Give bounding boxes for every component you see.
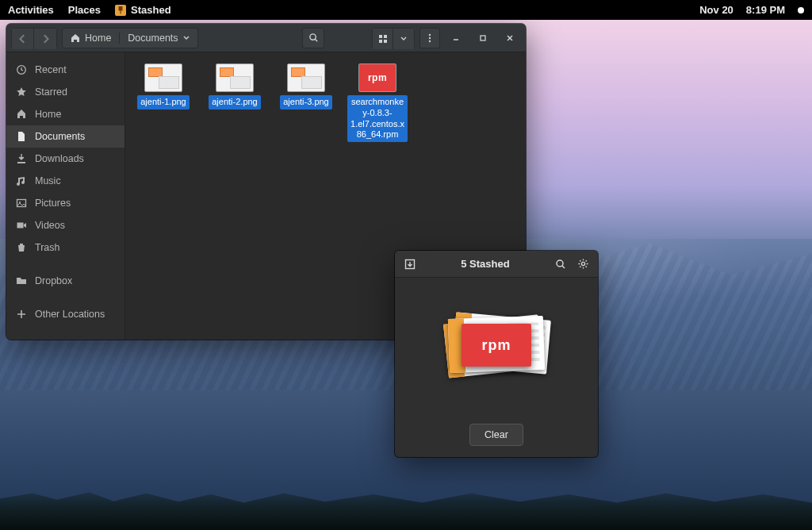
file-item[interactable]: rpm searchmonkey-0.8.3-1.el7.centos.x86_…	[347, 63, 408, 142]
minimize-button[interactable]	[445, 28, 467, 48]
file-manager-sidebar: Recent Starred Home Documents Downloads …	[6, 52, 125, 340]
sidebar-item-label: Dropbox	[35, 275, 72, 286]
sidebar-item-documents[interactable]: Documents	[6, 125, 124, 148]
svg-point-5	[429, 33, 431, 35]
sidebar-item-music[interactable]: Music	[6, 170, 124, 192]
star-icon	[16, 86, 27, 98]
stash-search-button[interactable]	[552, 255, 569, 273]
back-button[interactable]	[12, 29, 34, 49]
sidebar-item-label: Home	[35, 109, 61, 120]
gnome-top-bar: Activities Places Stashed Nov 20 8:19 PM	[0, 0, 812, 20]
breadcrumb-home-label: Home	[85, 33, 111, 44]
places-menu[interactable]: Places	[68, 4, 101, 16]
sidebar-item-label: Videos	[35, 220, 65, 231]
svg-point-7	[429, 40, 431, 41]
download-icon	[16, 153, 27, 164]
svg-rect-4	[384, 40, 387, 43]
picture-icon	[16, 198, 27, 209]
music-icon	[16, 175, 27, 186]
svg-rect-10	[17, 200, 26, 207]
sidebar-item-label: Music	[35, 175, 61, 186]
kebab-icon	[425, 33, 435, 43]
sidebar-item-label: Downloads	[35, 153, 84, 164]
file-item[interactable]: ajenti-2.png	[205, 63, 265, 109]
file-manager-headerbar: Home Documents	[6, 24, 526, 52]
stash-settings-button[interactable]	[574, 255, 592, 273]
file-label: ajenti-2.png	[209, 95, 261, 109]
file-label: ajenti-3.png	[280, 95, 332, 109]
svg-rect-3	[379, 40, 382, 43]
clear-button[interactable]: Clear	[469, 424, 523, 446]
system-status-indicator[interactable]	[798, 7, 804, 13]
view-switcher	[372, 28, 415, 48]
sidebar-item-trash[interactable]: Trash	[6, 236, 124, 259]
svg-rect-8	[481, 36, 485, 40]
active-app-menu[interactable]: Stashed	[115, 4, 171, 16]
activities-button[interactable]: Activities	[8, 4, 54, 16]
search-icon	[555, 259, 566, 270]
svg-point-6	[429, 36, 431, 38]
grid-icon	[378, 34, 388, 44]
icon-view-button[interactable]	[373, 29, 393, 49]
trash-icon	[16, 242, 27, 253]
stashed-headerbar: 5 Stashed	[395, 251, 598, 278]
breadcrumb-documents[interactable]: Documents	[120, 33, 197, 44]
file-item[interactable]: ajenti-1.png	[133, 63, 193, 109]
breadcrumb-home[interactable]: Home	[63, 33, 120, 44]
sidebar-item-pictures[interactable]: Pictures	[6, 192, 124, 214]
hamburger-menu-button[interactable]	[419, 28, 440, 48]
active-app-name: Stashed	[131, 4, 171, 16]
sidebar-item-recent[interactable]: Recent	[6, 59, 124, 81]
view-dropdown-button[interactable]	[393, 29, 414, 49]
file-item[interactable]: ajenti-3.png	[276, 63, 336, 109]
sidebar-item-label: Recent	[35, 64, 67, 75]
restore-stash-button[interactable]	[401, 255, 419, 273]
image-thumbnail-icon	[287, 63, 325, 92]
svg-point-15	[581, 262, 584, 265]
clock-date[interactable]: Nov 20	[699, 4, 733, 16]
nav-buttons	[11, 28, 57, 48]
chevron-down-icon	[183, 35, 190, 41]
sidebar-item-label: Starred	[35, 86, 67, 98]
sidebar-item-home[interactable]: Home	[6, 103, 124, 125]
close-button[interactable]	[499, 28, 521, 48]
home-icon	[16, 109, 27, 120]
clock-time[interactable]: 8:19 PM	[746, 4, 785, 16]
plus-icon	[16, 309, 27, 320]
file-label: ajenti-1.png	[137, 95, 190, 109]
sidebar-item-label: Trash	[35, 242, 60, 253]
sidebar-item-videos[interactable]: Videos	[6, 214, 124, 236]
home-icon	[71, 33, 80, 43]
import-icon	[404, 258, 416, 271]
stashed-window: 5 Stashed rpm Clear	[395, 251, 598, 457]
clock-icon	[16, 64, 27, 75]
svg-rect-12	[17, 223, 24, 229]
sidebar-item-other-locations[interactable]: Other Locations	[6, 303, 124, 325]
document-icon	[16, 131, 27, 142]
folder-icon	[16, 275, 27, 286]
stashed-title: 5 Stashed	[423, 258, 547, 270]
image-thumbnail-icon	[144, 63, 182, 92]
svg-rect-2	[384, 35, 387, 38]
sidebar-item-downloads[interactable]: Downloads	[6, 148, 124, 170]
stashed-app-icon	[115, 5, 126, 16]
search-button[interactable]	[302, 28, 324, 48]
sidebar-item-label: Documents	[35, 131, 85, 142]
forward-button[interactable]	[34, 29, 56, 49]
search-icon	[308, 33, 319, 43]
rpm-package-icon: rpm	[358, 63, 396, 92]
rpm-package-icon: rpm	[462, 324, 531, 367]
image-thumbnail-icon	[216, 63, 254, 92]
video-icon	[16, 220, 27, 231]
sidebar-item-starred[interactable]: Starred	[6, 81, 124, 103]
maximize-button[interactable]	[472, 28, 494, 48]
gear-icon	[577, 258, 589, 270]
sidebar-item-dropbox[interactable]: Dropbox	[6, 270, 124, 292]
stash-preview-area[interactable]: rpm	[395, 278, 598, 416]
breadcrumb-documents-label: Documents	[128, 33, 178, 44]
close-icon	[506, 34, 514, 42]
chevron-down-icon	[400, 36, 407, 42]
svg-point-14	[557, 260, 563, 267]
svg-rect-1	[379, 35, 382, 38]
file-label: searchmonkey-0.8.3-1.el7.centos.x86_64.r…	[347, 95, 408, 142]
